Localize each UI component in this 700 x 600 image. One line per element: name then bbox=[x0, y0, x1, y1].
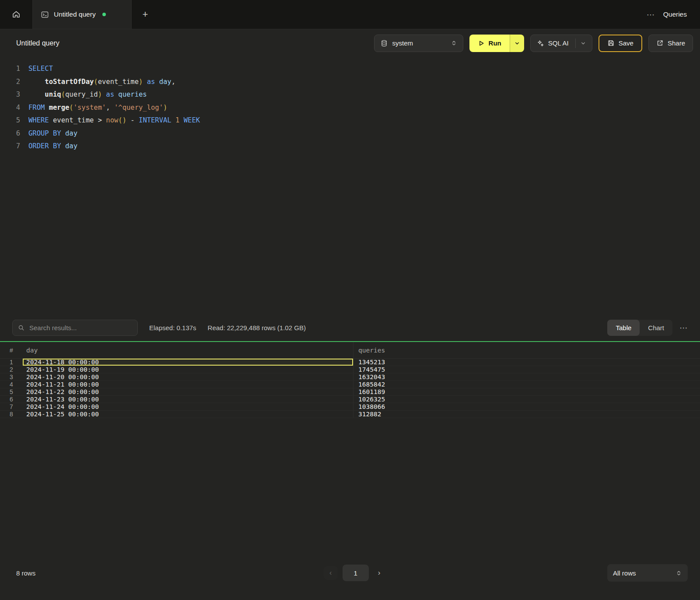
database-select-value: system bbox=[392, 39, 413, 47]
new-tab-button[interactable]: + bbox=[132, 0, 159, 29]
cell-day[interactable]: 2024-11-24 00:00:00 bbox=[23, 403, 353, 410]
view-chart-tab[interactable]: Chart bbox=[640, 320, 672, 336]
row-number: 7 bbox=[0, 403, 23, 410]
cell-day[interactable]: 2024-11-25 00:00:00 bbox=[23, 411, 353, 418]
search-results-box[interactable] bbox=[12, 320, 138, 336]
query-header: Untitled query system bbox=[0, 29, 700, 57]
row-number: 1 bbox=[0, 359, 23, 366]
share-label: Share bbox=[668, 39, 685, 47]
tab-label: Untitled query bbox=[54, 10, 96, 18]
view-table-tab[interactable]: Table bbox=[607, 320, 640, 336]
row-count-label: 8 rows bbox=[16, 569, 324, 577]
code-line[interactable]: 2 toStartOfDay(event_time) as day, bbox=[0, 76, 700, 89]
table-row[interactable]: 32024-11-20 00:00:001632043 bbox=[0, 373, 700, 381]
table-row[interactable]: 82024-11-25 00:00:00312882 bbox=[0, 411, 700, 418]
cell-queries[interactable]: 1685842 bbox=[353, 381, 700, 388]
table-row[interactable]: 42024-11-21 00:00:001685842 bbox=[0, 381, 700, 388]
prev-page-button[interactable]: ‹ bbox=[324, 566, 338, 580]
read-stat: Read: 22,229,488 rows (1.02 GB) bbox=[208, 324, 306, 331]
code-line[interactable]: 7ORDER BY day bbox=[0, 140, 700, 153]
queries-menu-icon[interactable]: ⋯ bbox=[647, 10, 655, 20]
next-page-button[interactable]: › bbox=[374, 569, 381, 577]
play-icon bbox=[478, 40, 485, 47]
row-number: 2 bbox=[0, 366, 23, 373]
external-link-icon bbox=[656, 39, 664, 47]
page-size-select[interactable]: All rows bbox=[607, 564, 688, 582]
cell-queries[interactable]: 312882 bbox=[353, 411, 700, 418]
code-lines: 1SELECT2 toStartOfDay(event_time) as day… bbox=[0, 63, 700, 153]
home-tab[interactable] bbox=[0, 0, 33, 29]
table-body: 12024-11-18 00:00:00134521322024-11-19 0… bbox=[0, 359, 700, 418]
cell-day[interactable]: 2024-11-23 00:00:00 bbox=[23, 396, 353, 403]
table-header: # day queries bbox=[0, 342, 700, 359]
sql-editor[interactable]: 1SELECT2 toStartOfDay(event_time) as day… bbox=[0, 57, 700, 314]
cell-queries[interactable]: 1345213 bbox=[353, 359, 700, 366]
console-icon bbox=[41, 10, 49, 19]
code-line[interactable]: 3 uniq(query_id) as queries bbox=[0, 88, 700, 101]
run-options-button[interactable] bbox=[510, 35, 524, 52]
code-line[interactable]: 5WHERE event_time > now() - INTERVAL 1 W… bbox=[0, 114, 700, 127]
pagination: ‹ 1 › bbox=[324, 565, 381, 581]
row-number: 3 bbox=[0, 373, 23, 380]
cell-queries[interactable]: 1038066 bbox=[353, 403, 700, 410]
table-row[interactable]: 22024-11-19 00:00:001745475 bbox=[0, 366, 700, 373]
row-number: 4 bbox=[0, 381, 23, 388]
database-icon bbox=[380, 39, 388, 47]
home-icon bbox=[12, 10, 21, 19]
code-text: GROUP BY day bbox=[20, 127, 77, 140]
cell-day[interactable]: 2024-11-20 00:00:00 bbox=[23, 373, 353, 380]
line-number: 2 bbox=[0, 76, 20, 89]
table-row[interactable]: 52024-11-22 00:00:001601189 bbox=[0, 388, 700, 396]
database-select[interactable]: system bbox=[374, 35, 463, 52]
cell-queries[interactable]: 1026325 bbox=[353, 396, 700, 403]
sparkles-icon bbox=[536, 39, 544, 47]
elapsed-stat: Elapsed: 0.137s bbox=[149, 324, 196, 331]
run-button[interactable]: Run bbox=[469, 35, 510, 52]
save-button[interactable]: Save bbox=[598, 35, 642, 52]
results-footer: 8 rows ‹ 1 › All rows bbox=[0, 558, 700, 588]
row-number: 6 bbox=[0, 396, 23, 403]
run-label: Run bbox=[489, 39, 501, 47]
code-text: FROM merge('system', '^query_log') bbox=[20, 101, 167, 115]
search-results-input[interactable] bbox=[28, 324, 132, 332]
unsaved-dot bbox=[102, 13, 106, 16]
table-row[interactable]: 72024-11-24 00:00:001038066 bbox=[0, 403, 700, 411]
cell-queries[interactable]: 1601189 bbox=[353, 388, 700, 395]
cell-day[interactable]: 2024-11-21 00:00:00 bbox=[23, 381, 353, 388]
code-line[interactable]: 1SELECT bbox=[0, 63, 700, 76]
tab-untitled-query[interactable]: Untitled query bbox=[33, 0, 132, 29]
line-number: 6 bbox=[0, 127, 20, 140]
column-header-index[interactable]: # bbox=[0, 342, 23, 358]
tab-bar: Untitled query + ⋯ Queries bbox=[0, 0, 700, 29]
cell-queries[interactable]: 1745475 bbox=[353, 366, 700, 373]
cell-queries[interactable]: 1632043 bbox=[353, 373, 700, 380]
queries-panel-label[interactable]: Queries bbox=[663, 10, 687, 18]
cell-day[interactable]: 2024-11-19 00:00:00 bbox=[23, 366, 353, 373]
cell-day[interactable]: 2024-11-22 00:00:00 bbox=[23, 388, 353, 395]
results-empty-area bbox=[0, 418, 700, 558]
share-button[interactable]: Share bbox=[648, 35, 693, 52]
results-menu-icon[interactable]: ⋯ bbox=[679, 323, 688, 333]
sql-ai-chevron-icon[interactable] bbox=[575, 38, 586, 48]
code-line[interactable]: 4FROM merge('system', '^query_log') bbox=[0, 101, 700, 115]
line-number: 7 bbox=[0, 140, 20, 153]
code-text: ORDER BY day bbox=[20, 140, 77, 153]
view-toggle: Table Chart bbox=[607, 320, 672, 336]
table-row[interactable]: 62024-11-23 00:00:001026325 bbox=[0, 396, 700, 403]
line-number: 1 bbox=[0, 63, 20, 76]
code-line[interactable]: 6GROUP BY day bbox=[0, 127, 700, 140]
results-toolbar: Elapsed: 0.137s Read: 22,229,488 rows (1… bbox=[0, 314, 700, 341]
code-text: WHERE event_time > now() - INTERVAL 1 WE… bbox=[20, 114, 200, 127]
sql-ai-button[interactable]: SQL AI bbox=[530, 35, 592, 52]
table-row[interactable]: 12024-11-18 00:00:001345213 bbox=[0, 359, 700, 366]
line-number: 5 bbox=[0, 114, 20, 127]
chevron-updown-icon bbox=[676, 570, 682, 576]
page-size-value: All rows bbox=[613, 569, 636, 577]
current-page-button[interactable]: 1 bbox=[343, 565, 369, 581]
save-icon bbox=[607, 39, 615, 47]
column-header-day[interactable]: day bbox=[23, 342, 353, 358]
chevron-updown-icon bbox=[451, 40, 457, 46]
sql-ai-label: SQL AI bbox=[548, 39, 569, 47]
column-header-queries[interactable]: queries bbox=[353, 342, 700, 358]
cell-day[interactable]: 2024-11-18 00:00:00 bbox=[23, 359, 353, 366]
